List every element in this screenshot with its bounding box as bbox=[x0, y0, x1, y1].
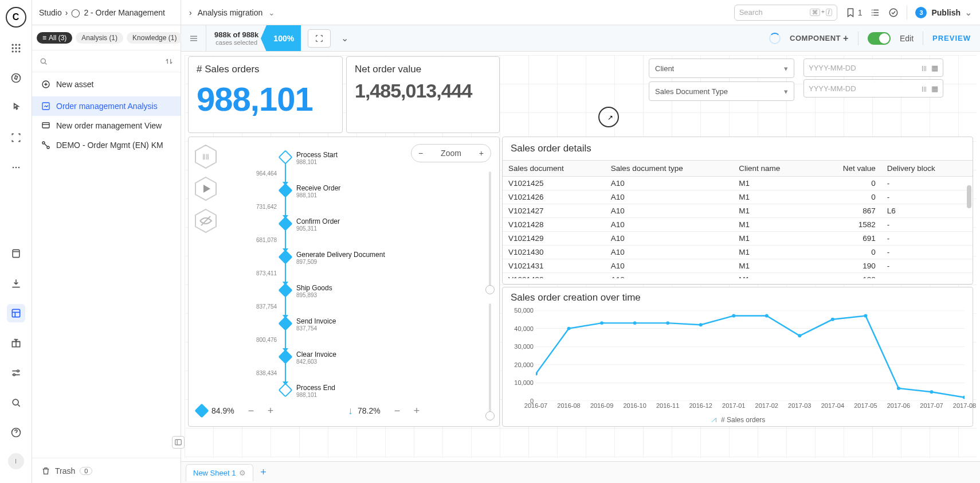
filter-all[interactable]: ≡All (3) bbox=[37, 32, 72, 44]
trash[interactable]: Trash 0 bbox=[32, 458, 181, 483]
process-node[interactable]: Ship Goods895,893837,754 bbox=[280, 284, 487, 317]
chart-area bbox=[536, 310, 965, 401]
kpi-sales-orders[interactable]: # Sales orders 988,101 bbox=[188, 56, 343, 133]
selection-icon[interactable] bbox=[308, 29, 331, 48]
orders-table[interactable]: Sales documentSales document typeClient … bbox=[503, 160, 973, 278]
chart-panel[interactable]: Sales order creation over time 010,00020… bbox=[502, 287, 973, 427]
collapse-sidebar-icon[interactable] bbox=[172, 436, 185, 449]
date-to-input[interactable]: YYYY-MM-DD ⫼▦ bbox=[803, 79, 943, 98]
process-node[interactable]: Process Start988,101964,464 bbox=[280, 151, 487, 184]
table-header[interactable]: Net value bbox=[814, 161, 881, 177]
bookmark-icon[interactable]: 1 bbox=[845, 7, 863, 18]
svg-point-41 bbox=[600, 321, 603, 325]
calendar-icon[interactable]: ▦ bbox=[931, 64, 938, 72]
filter-knowledge[interactable]: Knowledge (1) bbox=[127, 32, 182, 44]
chevron-down-icon[interactable]: ⌄ bbox=[268, 8, 275, 17]
crumb-studio[interactable]: Studio bbox=[39, 8, 62, 17]
download-icon[interactable] bbox=[7, 274, 25, 293]
process-node[interactable]: Receive Order988,101731,642 bbox=[280, 184, 487, 217]
process-node[interactable]: Generate Delivery Document897,509873,411 bbox=[280, 251, 487, 284]
activity-slider[interactable] bbox=[489, 172, 491, 292]
more-icon[interactable] bbox=[7, 158, 25, 177]
book-icon[interactable] bbox=[7, 244, 25, 263]
gift-icon[interactable] bbox=[7, 334, 25, 352]
process-node[interactable]: Clear Invoice842,603838,434 bbox=[280, 350, 487, 384]
table-row[interactable]: V1021426A10M10- bbox=[503, 190, 973, 204]
table-header[interactable]: Delivery block bbox=[881, 161, 973, 177]
tally-icon[interactable]: ⦀⦀ bbox=[194, 144, 217, 169]
share-icon[interactable] bbox=[888, 7, 899, 18]
dropdown-doctype[interactable]: Sales Document Type▾ bbox=[649, 81, 794, 101]
asset-item-km[interactable]: DEMO - Order Mgmt (EN) KM bbox=[32, 135, 181, 155]
node-count: 905,311 bbox=[296, 225, 317, 232]
table-panel[interactable]: Sales order details Sales documentSales … bbox=[502, 137, 973, 285]
node-hex-icon bbox=[278, 283, 292, 297]
bars-icon[interactable]: ⫼ bbox=[920, 84, 928, 93]
gear-icon[interactable]: ⚙ bbox=[239, 469, 246, 477]
kpi-net-order-value[interactable]: Net order value 1,485,013,444 bbox=[346, 56, 500, 133]
table-header[interactable]: Sales document type bbox=[605, 161, 733, 177]
date-from-input[interactable]: YYYY-MM-DD ⫼▦ bbox=[803, 59, 943, 77]
table-row[interactable]: V1021428A10M11582- bbox=[503, 218, 973, 232]
table-scrollbar[interactable] bbox=[967, 185, 971, 208]
process-flow-diagram[interactable]: Process Start988,101964,464Receive Order… bbox=[280, 151, 487, 417]
svg-point-17 bbox=[13, 374, 15, 376]
svg-point-40 bbox=[567, 327, 571, 330]
play-icon[interactable] bbox=[194, 176, 217, 201]
crumb-page[interactable]: Analysis migration bbox=[198, 8, 263, 17]
bars-icon[interactable]: ⫼ bbox=[920, 64, 928, 72]
crumb-project[interactable]: 2 - Order Management bbox=[84, 8, 165, 17]
table-header[interactable]: Sales document bbox=[503, 161, 605, 177]
table-row[interactable]: V1021430A10M10- bbox=[503, 246, 973, 259]
svg-point-10 bbox=[12, 167, 14, 169]
minus-icon[interactable]: − bbox=[244, 403, 258, 418]
table-header[interactable]: Client name bbox=[733, 161, 814, 177]
kpi-value: 1,485,013,444 bbox=[355, 80, 491, 102]
avatar[interactable]: I bbox=[8, 453, 24, 469]
plus-icon[interactable]: + bbox=[263, 403, 278, 418]
scan-icon[interactable] bbox=[7, 128, 25, 147]
asset-item-view[interactable]: New order management View bbox=[32, 116, 181, 135]
layout-icon[interactable] bbox=[7, 304, 25, 322]
process-flow-panel[interactable]: ⦀⦀ − Zoom + Process Start988,101964,464R… bbox=[188, 137, 500, 427]
sidebar-search[interactable] bbox=[32, 50, 181, 72]
plus-icon[interactable]: + bbox=[409, 403, 424, 418]
visibility-icon[interactable] bbox=[194, 208, 217, 233]
table-row[interactable]: V1021429A10M1691- bbox=[503, 232, 973, 246]
edit-toggle[interactable] bbox=[868, 32, 891, 45]
table-row[interactable]: V1021425A10M10- bbox=[503, 177, 973, 190]
process-node[interactable]: Confirm Order905,311681,078 bbox=[280, 217, 487, 251]
minus-icon[interactable]: − bbox=[390, 403, 405, 418]
table-row[interactable]: V1021431A10M1190- bbox=[503, 259, 973, 273]
settings-icon[interactable] bbox=[7, 364, 25, 382]
node-label: Receive Order bbox=[296, 184, 340, 192]
component-button[interactable]: COMPONENT+ bbox=[790, 33, 849, 44]
sheet-tab[interactable]: New Sheet 1 ⚙ bbox=[186, 464, 253, 481]
pointer-icon[interactable] bbox=[7, 99, 25, 117]
node-count: 988,101 bbox=[296, 192, 317, 198]
search-rail-icon[interactable] bbox=[7, 394, 25, 412]
dropdown-icon[interactable]: ⌄ bbox=[338, 29, 351, 48]
logo-icon[interactable]: C bbox=[6, 7, 26, 28]
sort-icon[interactable] bbox=[164, 57, 174, 66]
dropdown-client[interactable]: Client▾ bbox=[649, 59, 794, 78]
preview-button[interactable]: PREVIEW bbox=[932, 34, 971, 42]
km-icon bbox=[41, 141, 50, 150]
menu-icon[interactable] bbox=[181, 25, 206, 51]
list-icon[interactable] bbox=[870, 7, 880, 18]
help-icon[interactable] bbox=[7, 423, 25, 442]
search-input[interactable]: Search ⌘ + / bbox=[734, 5, 837, 21]
table-row[interactable]: V1021427A10M1867L6 bbox=[503, 204, 973, 218]
publish-button[interactable]: 3 Publish ⌄ bbox=[915, 7, 972, 18]
compass-icon[interactable] bbox=[7, 69, 25, 87]
filter-analysis[interactable]: Analysis (1) bbox=[76, 32, 123, 44]
asset-item-analysis[interactable]: Order management Analysis bbox=[32, 96, 181, 116]
calendar-icon[interactable]: ▦ bbox=[931, 84, 938, 93]
table-row[interactable]: V1021432A10M1130- bbox=[503, 273, 973, 279]
add-sheet-button[interactable]: + bbox=[254, 466, 272, 478]
asset-label: DEMO - Order Mgmt (EN) KM bbox=[56, 141, 163, 150]
apps-icon[interactable] bbox=[7, 39, 25, 57]
new-asset-button[interactable]: New asset bbox=[32, 72, 181, 96]
process-node[interactable]: Send Invoice837,754800,476 bbox=[280, 317, 487, 350]
svg-point-3 bbox=[11, 47, 13, 49]
